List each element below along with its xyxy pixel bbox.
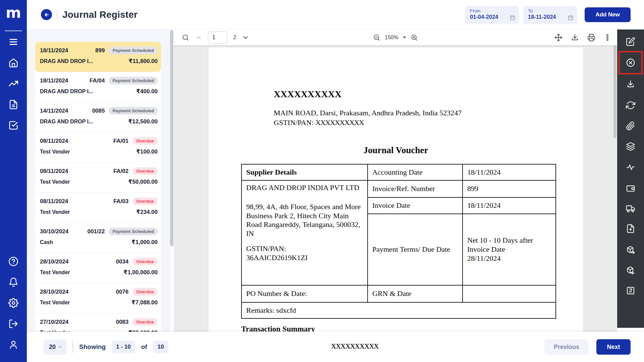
journal-icon[interactable]: [626, 286, 635, 295]
entry-ref-number: FA/01: [113, 138, 128, 144]
document-gstin-line: GSTIN/PAN: XXXXXXXXXX: [274, 118, 364, 127]
viewer-scrollbar-thumb[interactable]: [613, 31, 616, 138]
print-icon[interactable]: [587, 34, 595, 42]
calendar-icon: [568, 15, 573, 20]
status-badge: Overdue: [132, 197, 158, 205]
menu-icon[interactable]: [8, 37, 18, 47]
entry-amount: ₹400.00: [136, 88, 158, 95]
status-badge: Overdue: [132, 318, 158, 326]
settings-icon[interactable]: [8, 298, 18, 308]
zoom-in-icon[interactable]: [411, 34, 418, 41]
stock-out-icon[interactable]: [626, 245, 635, 255]
app-logo[interactable]: m: [0, 4, 27, 21]
journal-entry-row[interactable]: 27/10/2024 0083 Overdue Test Vender ₹22,…: [35, 313, 161, 332]
edit-icon[interactable]: [626, 37, 635, 46]
trending-up-icon[interactable]: [8, 79, 18, 89]
supplier-details-cell: DRAG AND DROP INDIA PVT LTD 98,99, 4A, 4…: [241, 180, 368, 285]
notifications-icon[interactable]: [8, 277, 18, 287]
page-number-input[interactable]: [208, 32, 227, 44]
layers-icon[interactable]: [626, 142, 635, 151]
invoice-ref-value: 899: [463, 180, 556, 197]
payment-terms-value: Net 10 - 10 Days after Invoice Date 28/1…: [463, 214, 556, 285]
entry-ref-number: FA/04: [90, 77, 105, 84]
next-page-icon[interactable]: [242, 34, 249, 41]
stock-in-icon[interactable]: [626, 266, 635, 275]
from-date-picker[interactable]: From 01-04-2024: [465, 6, 519, 24]
entry-amount: ₹1,00,000.00: [123, 269, 158, 276]
download-icon[interactable]: [571, 34, 579, 42]
entry-ref-number: FA/02: [113, 168, 128, 175]
pdf-toolbar: 2 150%: [174, 29, 617, 45]
profile-icon[interactable]: [8, 340, 18, 350]
from-label: From: [470, 8, 515, 13]
document-icon[interactable]: [8, 100, 18, 110]
status-badge: Overdue: [132, 137, 158, 145]
status-badge: Payment Scheduled: [109, 228, 158, 235]
entry-ref-number: 899: [95, 47, 105, 54]
page-size-value: 20: [49, 344, 56, 351]
logout-icon[interactable]: [8, 319, 18, 329]
search-icon[interactable]: [182, 34, 189, 41]
showing-label: Showing: [79, 343, 106, 351]
wallet-icon[interactable]: [626, 184, 635, 193]
cancel-circle-icon[interactable]: [626, 58, 635, 67]
page-title: Journal Register: [62, 9, 138, 20]
refresh-icon[interactable]: [626, 101, 635, 110]
status-badge: Payment Scheduled: [109, 107, 158, 115]
attachment-icon[interactable]: [626, 121, 635, 131]
accounting-date-label: Accounting Date: [368, 164, 463, 180]
journal-entry-row[interactable]: 28/10/2024 0034 Overdue Test Vender ₹1,0…: [35, 253, 161, 283]
entry-party: Cash: [40, 239, 53, 245]
zoom-out-icon[interactable]: [373, 34, 380, 41]
journal-entry-row[interactable]: 18/11/2024 FA/04 Payment Scheduled DRAG …: [35, 72, 161, 102]
journal-entry-row[interactable]: 08/11/2024 FA/02 Overdue Test Vender ₹50…: [35, 163, 161, 193]
pan-move-icon[interactable]: [554, 34, 562, 42]
page-size-select[interactable]: 20: [44, 340, 66, 355]
next-button[interactable]: Next: [596, 339, 631, 355]
add-document-icon[interactable]: [626, 224, 635, 233]
home-icon[interactable]: [8, 58, 18, 68]
entry-date: 08/11/2024: [40, 198, 68, 205]
entry-party: Test Vender: [40, 149, 70, 155]
title-divider: [57, 10, 57, 19]
voucher-table: Supplier Details Accounting Date 18/11/2…: [241, 164, 556, 319]
journal-entry-row[interactable]: 30/10/2024 001/22 Payment Scheduled Cash…: [35, 223, 161, 253]
entry-party: Test Vender: [40, 179, 70, 185]
journal-entry-row[interactable]: 08/11/2024 FA/01 Overdue Test Vender ₹10…: [35, 132, 161, 163]
of-label: of: [141, 343, 147, 351]
entry-party: DRAG AND DROP I...: [40, 119, 93, 125]
supplier-name: DRAG AND DROP INDIA PVT LTD: [246, 183, 363, 192]
to-date-picker[interactable]: To 18-11-2024: [523, 6, 577, 24]
document-title: Journal Voucher: [208, 145, 583, 156]
pagination-footer: 20 Showing 1 - 10 of 10 XXXXXXXXXX Previ…: [27, 332, 644, 362]
zoom-level-value[interactable]: 150%: [385, 35, 398, 41]
document-actions-toolbar: [617, 29, 644, 328]
total-count: 10: [153, 341, 168, 353]
add-new-button[interactable]: Add New: [585, 7, 631, 22]
journal-entry-row[interactable]: 18/11/2024 899 Payment Scheduled DRAG AN…: [35, 42, 161, 72]
previous-page-icon[interactable]: [195, 34, 202, 41]
journal-entry-row[interactable]: 14/11/2024 0085 Payment Scheduled DRAG A…: [35, 102, 161, 132]
journal-entry-row[interactable]: 08/11/2024 FA/03 Overdue Test Vender ₹23…: [35, 193, 161, 223]
journal-entry-row[interactable]: 28/10/2024 0076 Overdue Test Vender ₹7,0…: [35, 283, 161, 313]
supplier-address: 98,99, 4A, 4th Floor, Spaces and More Bu…: [246, 202, 363, 238]
zoom-dropdown-caret-icon[interactable]: [403, 37, 406, 39]
download-document-icon[interactable]: [626, 79, 635, 89]
more-options-icon[interactable]: [604, 34, 611, 42]
invoice-ref-label: Invoice/Ref. Number: [368, 180, 463, 197]
footer-company-name: XXXXXXXXXX: [331, 342, 379, 351]
previous-button[interactable]: Previous: [544, 339, 589, 355]
entry-date: 30/10/2024: [40, 228, 68, 235]
back-button[interactable]: [41, 9, 52, 20]
check-square-icon[interactable]: [8, 120, 18, 130]
transaction-summary-heading: Transaction Summary: [241, 325, 315, 332]
activity-icon[interactable]: [626, 163, 635, 172]
delivery-truck-icon[interactable]: [626, 204, 635, 213]
document-address: MAIN ROAD, Darsi, Prakasam, Andhra Prade…: [274, 109, 462, 117]
entry-ref-number: 0034: [116, 258, 128, 265]
entry-ref-number: 001/22: [87, 228, 105, 235]
status-badge: Payment Scheduled: [109, 77, 158, 84]
help-icon[interactable]: [8, 256, 18, 266]
list-scrollbar-thumb[interactable]: [170, 30, 173, 246]
page-total-count: 2: [233, 34, 236, 41]
